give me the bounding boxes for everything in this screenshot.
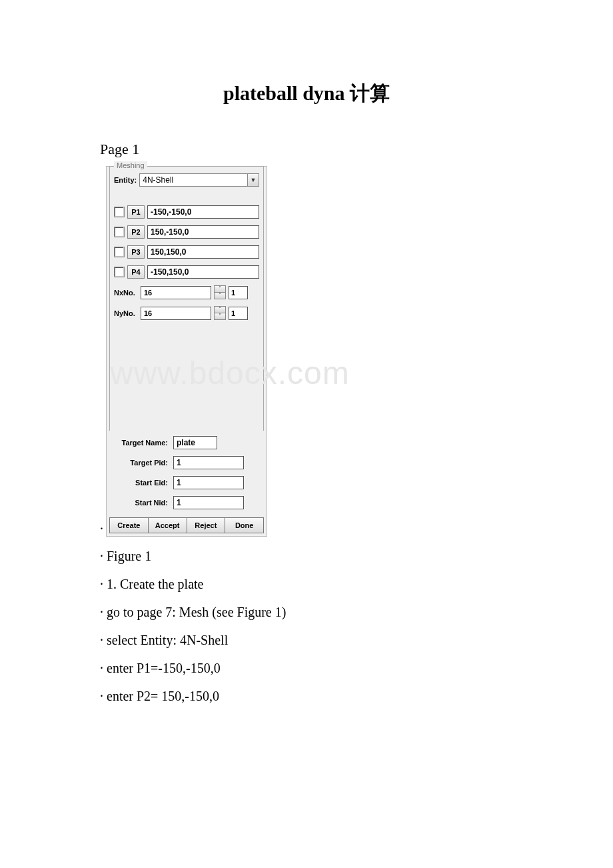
text-line: · enter P1=-150,-150,0 bbox=[100, 655, 513, 681]
watermark: www.bdocx.com bbox=[110, 355, 530, 391]
instruction-text-block: · Figure 1 · 1. Create the plate · go to… bbox=[100, 543, 513, 709]
start-nid-input[interactable]: 1 bbox=[173, 496, 244, 509]
reject-button[interactable]: Reject bbox=[187, 517, 226, 533]
p1-input[interactable]: -150,-150,0 bbox=[147, 205, 259, 219]
spinner-down-icon[interactable]: ˅ bbox=[215, 313, 225, 319]
start-eid-input[interactable]: 1 bbox=[173, 476, 244, 489]
target-pid-label: Target Pid: bbox=[111, 459, 171, 467]
start-eid-label: Start Eid: bbox=[111, 479, 171, 487]
p4-input[interactable]: -150,150,0 bbox=[147, 265, 259, 279]
entity-value: 4N-Shell bbox=[140, 175, 247, 185]
target-pid-input[interactable]: 1 bbox=[173, 456, 244, 469]
page-label: Page 1 bbox=[100, 141, 513, 158]
nyno-spinner[interactable]: ˄ ˅ bbox=[214, 306, 226, 320]
nxno-spinner[interactable]: ˄ ˅ bbox=[214, 285, 226, 299]
target-name-label: Target Name: bbox=[111, 439, 171, 447]
p2-checkbox[interactable] bbox=[114, 227, 125, 237]
p4-checkbox[interactable] bbox=[114, 267, 125, 277]
nyno-input[interactable]: 16 bbox=[141, 307, 211, 320]
dropdown-arrow-icon[interactable]: ▼ bbox=[247, 174, 259, 186]
spinner-down-icon[interactable]: ˅ bbox=[215, 293, 225, 299]
fieldset-label: Meshing bbox=[114, 161, 147, 169]
create-button[interactable]: Create bbox=[109, 517, 149, 533]
text-line: · go to page 7: Mesh (see Figure 1) bbox=[100, 599, 513, 625]
text-line: · select Entity: 4N-Shell bbox=[100, 627, 513, 653]
nyno-label: NyNo. bbox=[114, 309, 138, 317]
target-name-input[interactable]: plate bbox=[173, 436, 217, 449]
meshing-panel: Meshing Entity: 4N-Shell ▼ P1 -150,-150,… bbox=[106, 166, 267, 537]
text-line: · Figure 1 bbox=[100, 543, 513, 569]
start-nid-label: Start Nid: bbox=[111, 499, 171, 507]
document-title: plateball dyna 计算 bbox=[100, 80, 513, 107]
text-line: · 1. Create the plate bbox=[100, 571, 513, 597]
p3-checkbox[interactable] bbox=[114, 247, 125, 257]
p3-button[interactable]: P3 bbox=[127, 245, 145, 259]
p1-checkbox[interactable] bbox=[114, 207, 125, 217]
nxno-label: NxNo. bbox=[114, 289, 138, 297]
accept-button[interactable]: Accept bbox=[149, 517, 187, 533]
p3-input[interactable]: 150,150,0 bbox=[147, 245, 259, 259]
nxno-input[interactable]: 16 bbox=[141, 286, 211, 299]
entity-select[interactable]: 4N-Shell ▼ bbox=[139, 173, 259, 187]
entity-label: Entity: bbox=[114, 176, 137, 184]
panel-prefix-dot: · bbox=[100, 521, 103, 536]
p2-button[interactable]: P2 bbox=[127, 225, 145, 239]
p2-input[interactable]: 150,-150,0 bbox=[147, 225, 259, 239]
p1-button[interactable]: P1 bbox=[127, 205, 145, 219]
nyno-step-input[interactable]: 1 bbox=[229, 307, 248, 320]
text-line: · enter P2= 150,-150,0 bbox=[100, 683, 513, 709]
p4-button[interactable]: P4 bbox=[127, 265, 145, 279]
nxno-step-input[interactable]: 1 bbox=[229, 286, 248, 299]
done-button[interactable]: Done bbox=[225, 517, 264, 533]
